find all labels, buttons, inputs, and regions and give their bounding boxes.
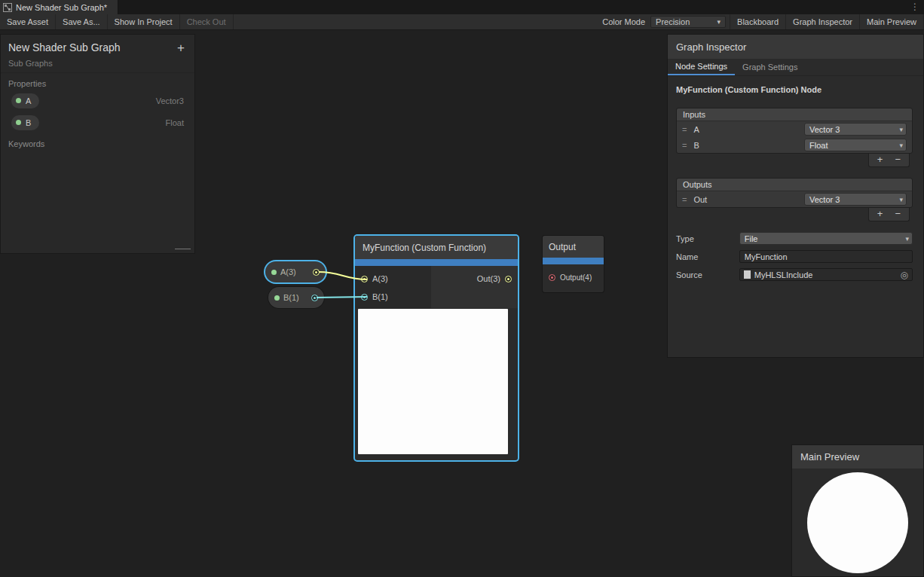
drag-handle-icon[interactable]: = — [682, 195, 687, 204]
blackboard-title: New Shader Sub Graph — [8, 41, 187, 53]
drag-handle-icon[interactable]: = — [682, 141, 687, 150]
input-name: B — [693, 141, 804, 150]
keywords-section-label: Keywords — [1, 133, 194, 150]
property-row-a[interactable]: A Vector3 — [1, 90, 194, 111]
tab-graph-settings[interactable]: Graph Settings — [735, 59, 805, 75]
chevron-down-icon: ▾ — [899, 126, 903, 133]
node-ports: Output(4) — [543, 264, 604, 291]
property-node-a[interactable]: A(3) — [265, 261, 326, 282]
node-title[interactable]: Output — [543, 236, 604, 258]
port-a-input[interactable] — [361, 276, 368, 282]
input-ports: A(3) B(1) — [355, 266, 431, 308]
remove-input-button[interactable]: − — [895, 154, 901, 165]
color-mode-dropdown[interactable]: Precision ▾ — [650, 16, 726, 28]
resize-grip[interactable] — [175, 249, 191, 249]
toolbar-spacer — [234, 14, 598, 29]
type-field-row: Type File ▾ — [676, 232, 913, 245]
port-output4-input[interactable] — [549, 274, 555, 281]
shader-graph-window: New Shader Sub Graph* ⋮ Save Asset Save … — [0, 0, 924, 577]
property-dot — [16, 120, 21, 125]
dropdown-value: Vector 3 — [809, 125, 840, 134]
main-preview-title: Main Preview — [792, 445, 923, 469]
source-label: Source — [676, 270, 739, 279]
port-out-output[interactable] — [505, 276, 512, 282]
file-icon — [744, 270, 751, 279]
save-asset-button[interactable]: Save Asset — [0, 14, 56, 29]
port-a-output[interactable] — [313, 269, 320, 276]
output-name: Out — [693, 195, 804, 204]
preview-sphere — [807, 472, 908, 573]
add-output-button[interactable]: + — [877, 209, 883, 219]
blackboard-subtitle: Sub Graphs — [8, 59, 187, 69]
outputs-header: Outputs — [677, 179, 912, 191]
window-menu-icon[interactable]: ⋮ — [910, 1, 919, 14]
source-value: MyHLSLInclude — [754, 270, 813, 279]
main-preview-panel: Main Preview — [791, 444, 924, 577]
node-title[interactable]: MyFunction (Custom Function) — [355, 236, 518, 259]
toolbar: Save Asset Save As... Show In Project Ch… — [0, 14, 924, 30]
output-type-dropdown[interactable]: Vector 3 ▾ — [804, 193, 907, 206]
drag-handle-icon[interactable]: = — [682, 125, 687, 134]
property-node-label: B(1) — [283, 293, 299, 302]
node-ports: A(3) B(1) Out(3) — [355, 266, 518, 308]
port-row-b: B(1) — [355, 288, 431, 306]
port-b-input[interactable] — [361, 294, 368, 301]
outputs-footer-buttons: + − — [868, 208, 910, 221]
name-field-row: Name MyFunction — [676, 250, 913, 263]
source-object-field[interactable]: MyHLSLInclude ◎ — [739, 268, 913, 281]
property-node-label: A(3) — [280, 267, 296, 276]
input-type-dropdown[interactable]: Float ▾ — [804, 139, 907, 151]
output-node[interactable]: Output Output(4) — [543, 236, 604, 292]
outputs-list: Outputs = Out Vector 3 ▾ — [676, 178, 913, 208]
shader-graph-icon — [3, 3, 12, 12]
properties-section-label: Properties — [1, 73, 194, 90]
main-preview-viewport[interactable] — [792, 469, 923, 576]
inspector-tabs: Node Settings Graph Settings — [668, 59, 923, 76]
blackboard-panel: New Shader Sub Graph Sub Graphs + Proper… — [0, 34, 195, 254]
chevron-down-icon: ▾ — [905, 235, 909, 243]
tab-title: New Shader Sub Graph* — [16, 3, 107, 12]
property-node-b[interactable]: B(1) — [268, 287, 324, 308]
node-heading: MyFunction (Custom Function) Node — [676, 85, 913, 94]
property-pill[interactable]: A — [11, 93, 39, 108]
color-mode-label: Color Mode — [597, 14, 650, 29]
save-as-button[interactable]: Save As... — [56, 14, 108, 29]
chevron-down-icon: ▾ — [899, 142, 903, 149]
chevron-down-icon: ▾ — [899, 196, 903, 203]
property-dot — [271, 270, 277, 275]
node-accent-strip — [543, 258, 604, 264]
name-input[interactable]: MyFunction — [739, 250, 913, 263]
show-in-project-button[interactable]: Show In Project — [108, 14, 180, 29]
input-type-dropdown[interactable]: Vector 3 ▾ — [804, 123, 907, 136]
property-dot — [16, 98, 21, 103]
node-accent-strip — [355, 259, 518, 266]
port-label: Output(4) — [560, 273, 592, 282]
inputs-list: Inputs = A Vector 3 ▾ = B Float ▾ — [676, 108, 913, 154]
main-preview-toggle-button[interactable]: Main Preview — [860, 14, 924, 29]
graph-inspector-toggle-button[interactable]: Graph Inspector — [786, 14, 860, 29]
add-property-button[interactable]: + — [177, 41, 185, 56]
property-name: A — [26, 96, 31, 105]
tab-shader-sub-graph[interactable]: New Shader Sub Graph* — [0, 0, 118, 14]
tab-node-settings[interactable]: Node Settings — [668, 59, 735, 75]
blackboard-header: New Shader Sub Graph Sub Graphs + — [1, 35, 194, 73]
chevron-down-icon: ▾ — [717, 18, 721, 26]
input-row-b[interactable]: = B Float ▾ — [677, 137, 912, 153]
remove-output-button[interactable]: − — [895, 209, 901, 219]
inputs-list-footer: + − — [676, 154, 910, 167]
type-dropdown[interactable]: File ▾ — [739, 232, 913, 245]
custom-function-node[interactable]: MyFunction (Custom Function) A(3) B(1) O… — [355, 236, 518, 460]
port-row-a: A(3) — [355, 270, 431, 288]
property-pill[interactable]: B — [11, 115, 39, 130]
object-picker-icon[interactable]: ◎ — [901, 270, 908, 280]
output-row-out[interactable]: = Out Vector 3 ▾ — [677, 191, 912, 207]
input-name: A — [693, 125, 804, 134]
port-b-output[interactable] — [311, 295, 318, 301]
property-row-b[interactable]: B Float — [1, 111, 194, 133]
name-value: MyFunction — [745, 252, 788, 261]
blackboard-toggle-button[interactable]: Blackboard — [730, 14, 786, 29]
add-input-button[interactable]: + — [877, 154, 883, 165]
inspector-body: MyFunction (Custom Function) Node Inputs… — [668, 76, 923, 281]
node-preview-area — [358, 309, 508, 454]
input-row-a[interactable]: = A Vector 3 ▾ — [677, 121, 912, 137]
